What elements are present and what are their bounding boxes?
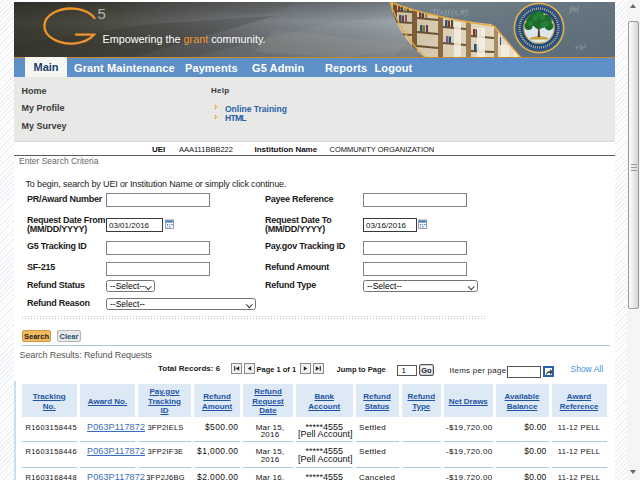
svg-text:∫θd: ∫θd: [568, 5, 580, 14]
svg-text:5: 5: [98, 5, 106, 22]
svg-text:Empowering the grant community: Empowering the grant community.: [103, 33, 266, 45]
svg-text:+b³: +b³: [574, 43, 586, 52]
